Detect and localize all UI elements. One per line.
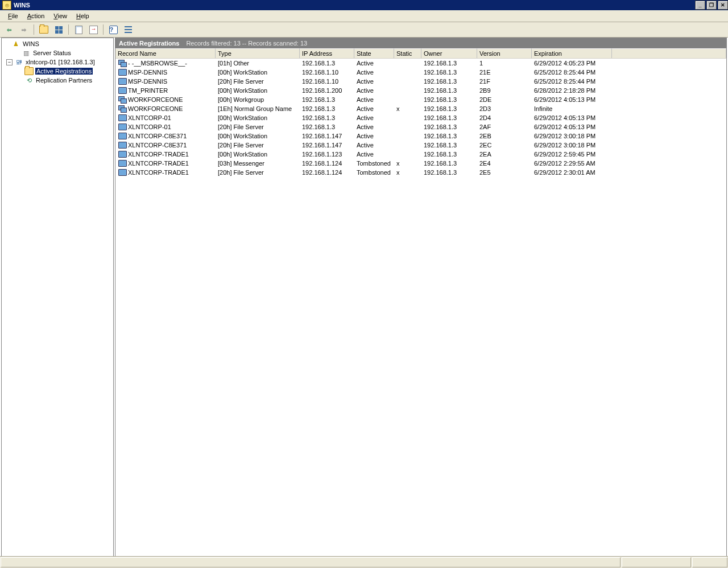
workstation-icon (118, 168, 127, 177)
record-ip: 192.168.1.124 (300, 169, 354, 176)
table-row[interactable]: XLNTCORP-C8E371[20h] File Server192.168.… (115, 141, 726, 150)
record-expiration: 6/29/2012 3:00:18 PM (532, 142, 612, 149)
record-state: Active (354, 124, 394, 130)
app-icon: ◎ (2, 1, 11, 10)
minimize-button[interactable]: _ (695, 1, 705, 10)
record-owner: 192.168.1.3 (421, 96, 477, 103)
nav-back-button[interactable]: ⇦ (2, 23, 16, 36)
maximize-button[interactable]: ❐ (706, 1, 717, 10)
col-version[interactable]: Version (477, 48, 532, 58)
tree-panel[interactable]: ♟ WINS ▥ Server Status − 🖳 xlntcorp-01 [… (1, 38, 114, 557)
up-button[interactable] (37, 23, 51, 36)
col-state[interactable]: State (354, 48, 394, 58)
tree-host[interactable]: − 🖳 xlntcorp-01 [192.168.1.3] (2, 57, 113, 67)
record-version: 2DE (477, 96, 532, 103)
workstation-icon (118, 68, 127, 77)
col-type[interactable]: Type (216, 48, 300, 58)
show-hide-tree-button[interactable] (52, 23, 65, 36)
records-list[interactable]: - -__MSBROWSE__-[01h] Other192.168.1.3Ac… (115, 59, 726, 556)
record-version: 2EA (477, 151, 532, 158)
tree-replication-partners[interactable]: ⟲ Replication Partners (2, 76, 113, 85)
record-name: XLNTCORP-C8E371 (128, 133, 187, 139)
record-name: XLNTCORP-TRADE1 (128, 169, 189, 176)
tree-active-registrations-label: Active Registrations (35, 68, 93, 75)
column-headers: Record Name Type IP Address State Static… (115, 48, 726, 59)
record-version: 2E4 (477, 160, 532, 167)
table-row[interactable]: XLNTCORP-01[00h] WorkStation192.168.1.3A… (115, 113, 726, 122)
record-name: XLNTCORP-TRADE1 (128, 151, 189, 158)
nav-forward-button[interactable]: ⇨ (17, 23, 31, 36)
record-type: [00h] WorkStation (216, 69, 300, 76)
table-row[interactable]: XLNTCORP-TRADE1[20h] File Server192.168.… (115, 168, 726, 177)
record-state: Active (354, 96, 394, 103)
record-version: 2EB (477, 133, 532, 139)
record-state: Active (354, 105, 394, 112)
tree-expander[interactable]: − (6, 59, 13, 65)
record-expiration: 6/29/2012 3:00:18 PM (532, 133, 612, 139)
record-type: [00h] WorkStation (216, 114, 300, 121)
record-type: [20h] File Server (216, 124, 300, 130)
panes-icon (55, 26, 63, 34)
record-owner: 192.168.1.3 (421, 151, 477, 158)
record-owner: 192.168.1.3 (421, 114, 477, 121)
record-type: [20h] File Server (216, 78, 300, 85)
export-list-button[interactable] (86, 23, 100, 36)
record-ip: 192.168.1.200 (300, 87, 354, 94)
record-ip: 192.168.1.147 (300, 142, 354, 149)
record-name: TM_PRINTER (128, 87, 168, 94)
record-type: [00h] WorkStation (216, 133, 300, 139)
col-record-name[interactable]: Record Name (115, 48, 216, 58)
record-state: Active (354, 114, 394, 121)
record-ip: 192.168.1.3 (300, 114, 354, 121)
record-name: - -__MSBROWSE__- (128, 60, 187, 67)
table-row[interactable]: WORKFORCEONE[1Eh] Normal Group Name192.1… (115, 104, 726, 113)
col-owner[interactable]: Owner (421, 48, 477, 58)
menu-action[interactable]: Action (23, 11, 49, 20)
tree-root[interactable]: ♟ WINS (2, 39, 113, 48)
record-type: [00h] WorkStation (216, 87, 300, 94)
table-row[interactable]: XLNTCORP-TRADE1[03h] Messenger192.168.1.… (115, 159, 726, 168)
toolbar-separator (103, 24, 104, 35)
record-state: Active (354, 133, 394, 139)
table-row[interactable]: XLNTCORP-TRADE1[00h] WorkStation192.168.… (115, 150, 726, 159)
record-ip: 192.168.1.3 (300, 96, 354, 103)
help-button[interactable] (121, 23, 135, 36)
col-ip-address[interactable]: IP Address (300, 48, 354, 58)
record-expiration: 6/29/2012 4:05:13 PM (532, 124, 612, 130)
col-expiration[interactable]: Expiration (532, 48, 612, 58)
record-name: XLNTCORP-C8E371 (128, 142, 187, 149)
export-icon (89, 26, 98, 34)
window-title: WINS (14, 2, 30, 9)
menu-help[interactable]: Help (72, 11, 94, 20)
server-icon: ▥ (22, 48, 31, 57)
record-state: Active (354, 87, 394, 94)
properties-button[interactable] (72, 23, 85, 36)
tree-active-registrations[interactable]: Active Registrations (2, 67, 113, 76)
menu-file[interactable]: File (3, 11, 23, 20)
record-version: 2D4 (477, 114, 532, 121)
table-row[interactable]: WORKFORCEONE[00h] Workgroup192.168.1.3Ac… (115, 95, 726, 104)
record-owner: 192.168.1.3 (421, 87, 477, 94)
menu-view[interactable]: View (49, 11, 72, 20)
table-row[interactable]: MSP-DENNIS[20h] File Server192.168.1.10A… (115, 77, 726, 86)
table-row[interactable]: XLNTCORP-01[20h] File Server192.168.1.3A… (115, 122, 726, 131)
status-pane-3 (692, 557, 727, 567)
refresh-button[interactable]: ? (106, 23, 120, 36)
record-version: 1 (477, 60, 532, 67)
tree-server-status[interactable]: ▥ Server Status (2, 48, 113, 57)
table-row[interactable]: MSP-DENNIS[00h] WorkStation192.168.1.10A… (115, 68, 726, 77)
record-expiration: 6/25/2012 8:25:44 PM (532, 78, 612, 85)
table-row[interactable]: - -__MSBROWSE__-[01h] Other192.168.1.3Ac… (115, 59, 726, 68)
folder-open-icon (24, 67, 34, 76)
record-version: 21E (477, 69, 532, 76)
close-button[interactable]: ✕ (718, 1, 728, 10)
band-status: Records filtered: 13 -- Records scanned:… (186, 40, 307, 47)
record-static: x (394, 105, 421, 112)
record-type: [20h] File Server (216, 142, 300, 149)
record-type: [00h] WorkStation (216, 151, 300, 158)
title-bar[interactable]: ◎ WINS _ ❐ ✕ (0, 0, 728, 10)
col-static[interactable]: Static (394, 48, 421, 58)
table-row[interactable]: TM_PRINTER[00h] WorkStation192.168.1.200… (115, 86, 726, 95)
table-row[interactable]: XLNTCORP-C8E371[00h] WorkStation192.168.… (115, 131, 726, 141)
tree-replication-partners-label: Replication Partners (35, 77, 93, 84)
